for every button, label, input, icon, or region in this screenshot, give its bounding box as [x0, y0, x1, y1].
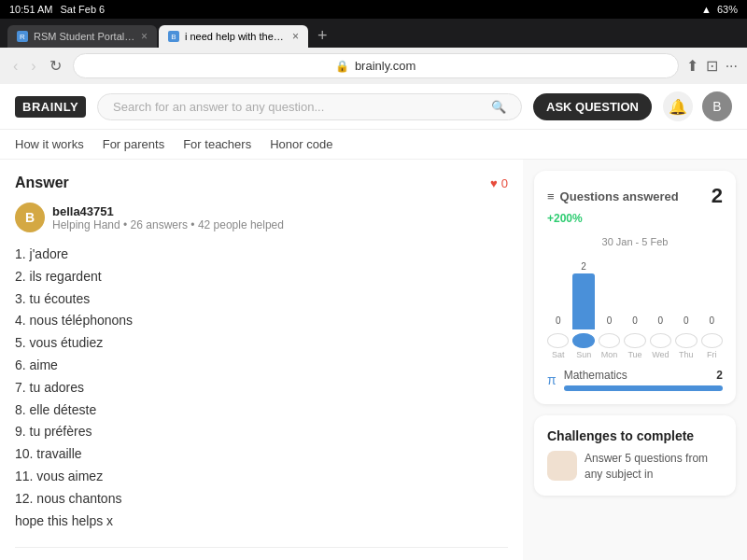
tabs-button[interactable]: ⊡: [706, 57, 718, 75]
answer-line: hope this helps x: [15, 511, 508, 533]
brainly-logo[interactable]: BRAINLY: [15, 96, 86, 118]
nav-for-teachers[interactable]: For teachers: [183, 137, 251, 151]
url-bar[interactable]: 🔒 brainly.com: [73, 53, 679, 78]
url-bar-container: ‹ › ↻ 🔒 brainly.com ⬆ ⊡ ···: [0, 48, 747, 84]
chart-column: 0: [675, 315, 697, 329]
math-icon: π: [547, 372, 557, 387]
heart-value: 0: [501, 176, 508, 190]
tab-brainly-close[interactable]: ×: [292, 30, 299, 43]
rsm-favicon: R: [17, 31, 28, 42]
challenges-title: Challenges to complete: [547, 428, 723, 443]
url-actions: ⬆ ⊡ ···: [686, 57, 738, 75]
share-button[interactable]: ⬆: [686, 57, 698, 75]
chart-circles: [547, 333, 723, 348]
answer-line: 5. vous étudiez: [15, 332, 508, 355]
url-text: brainly.com: [355, 59, 416, 73]
answer-line: 6. aime: [15, 355, 508, 377]
answer-line: 10. travaille: [15, 443, 508, 466]
stats-value: 2: [712, 184, 723, 208]
chart-day-label: Fri: [701, 350, 723, 359]
answer-text: 1. j'adore2. ils regardent3. tu écoutes4…: [15, 244, 508, 532]
chart-title: 30 Jan - 5 Feb: [547, 236, 723, 247]
stats-icon: ≡: [547, 189, 555, 203]
empty-bar: [599, 328, 620, 329]
answer-line: 9. tu préfères: [15, 421, 508, 443]
stats-change: +200%: [547, 212, 723, 225]
chart-column: 0: [650, 315, 671, 329]
chart-column: 0: [624, 315, 645, 329]
status-date: Sat Feb 6: [60, 4, 105, 15]
browser-chrome: R RSM Student Portal - As... × B i need …: [0, 19, 747, 48]
left-panel: Answer ♥ 0 B bella43751 Helping Hand • 2…: [0, 160, 523, 560]
chart-column: 0: [599, 315, 620, 329]
nav-links: How it works For parents For teachers Ho…: [0, 130, 747, 160]
day-circle: [624, 333, 645, 348]
chart-container: 30 Jan - 5 Feb 0200000 SatSunMonTueWedTh…: [547, 236, 723, 359]
user-info: B bella43751 Helping Hand • 26 answers •…: [15, 203, 508, 232]
bell-icon[interactable]: 🔔: [663, 91, 693, 121]
active-bar: [572, 273, 594, 329]
tab-rsm[interactable]: R RSM Student Portal - As... ×: [7, 25, 157, 48]
day-circle: [599, 333, 620, 348]
nav-how-it-works[interactable]: How it works: [15, 137, 84, 151]
user-avatar-header[interactable]: B: [702, 91, 732, 121]
stats-header: ≡ Questions answered 2: [547, 184, 723, 208]
chart-column: 0: [701, 315, 723, 329]
day-circle: [547, 333, 569, 348]
status-bar: 10:51 AM Sat Feb 6 ▲ 63%: [0, 0, 747, 19]
heart-count: ♥ 0: [490, 176, 508, 190]
brainly-favicon: B: [168, 31, 179, 42]
empty-bar: [675, 328, 697, 329]
nav-for-parents[interactable]: For parents: [103, 137, 164, 151]
challenge-text: Answer 5 questions from any subject in: [585, 451, 723, 483]
empty-bar: [650, 328, 671, 329]
answer-line: 3. tu écoutes: [15, 288, 508, 311]
status-time: 10:51 AM: [9, 4, 52, 15]
new-tab-button[interactable]: +: [310, 24, 335, 48]
tab-rsm-title: RSM Student Portal - As...: [34, 31, 135, 42]
challenges-card: Challenges to complete Answer 5 question…: [534, 415, 736, 496]
day-circle: [650, 333, 671, 348]
nav-honor-code[interactable]: Honor code: [270, 137, 332, 151]
empty-bar: [547, 328, 569, 329]
more-button[interactable]: ···: [726, 58, 738, 75]
tab-brainly-title: i need help with these o...: [185, 31, 287, 42]
header-icons: 🔔 B: [663, 91, 732, 121]
user-name[interactable]: bella43751: [52, 204, 284, 218]
day-circle: [675, 333, 697, 348]
chart-day-label: Tue: [624, 350, 645, 359]
search-bar[interactable]: Search for an answer to any question... …: [97, 93, 522, 120]
battery-icon: 63%: [717, 4, 738, 15]
lock-icon: 🔒: [335, 60, 349, 73]
answer-footer: ♥ THANKS 0 ☆ ☆ ☆ ☆ ☆ 0.0 (0 votes) ⚑: [15, 547, 508, 560]
empty-bar: [624, 328, 645, 329]
answer-header: Answer ♥ 0: [15, 175, 508, 191]
user-details: bella43751 Helping Hand • 26 answers • 4…: [52, 204, 284, 231]
nav-buttons: ‹ › ↻: [9, 55, 65, 77]
chart-day-label: Wed: [650, 350, 671, 359]
back-button[interactable]: ‹: [9, 55, 21, 77]
answerer-avatar: B: [15, 203, 45, 232]
search-placeholder: Search for an answer to any question...: [113, 100, 324, 114]
ask-question-button[interactable]: ASK QUESTION: [533, 93, 652, 120]
tab-rsm-close[interactable]: ×: [141, 30, 148, 43]
search-icon: 🔍: [491, 100, 506, 114]
answer-line: 2. ils regardent: [15, 266, 508, 288]
day-circle: [572, 333, 594, 348]
challenge-item: Answer 5 questions from any subject in: [547, 451, 723, 483]
answer-line: 4. nous téléphonons: [15, 310, 508, 332]
forward-button[interactable]: ›: [27, 55, 39, 77]
refresh-button[interactable]: ↻: [46, 55, 65, 77]
subject-label: Mathematics: [564, 369, 717, 382]
brainly-header: BRAINLY Search for an answer to any ques…: [0, 84, 747, 130]
chart-day-label: Thu: [675, 350, 697, 359]
stats-label: ≡ Questions answered: [547, 189, 679, 203]
main-content: Answer ♥ 0 B bella43751 Helping Hand • 2…: [0, 160, 747, 560]
challenge-icon: [547, 451, 577, 481]
answer-line: 1. j'adore: [15, 244, 508, 266]
answer-title: Answer: [15, 175, 69, 191]
chart-day-label: Sat: [547, 350, 569, 359]
tab-brainly[interactable]: B i need help with these o... ×: [159, 25, 308, 48]
wifi-icon: ▲: [701, 4, 712, 15]
heart-icon: ♥: [490, 176, 498, 190]
